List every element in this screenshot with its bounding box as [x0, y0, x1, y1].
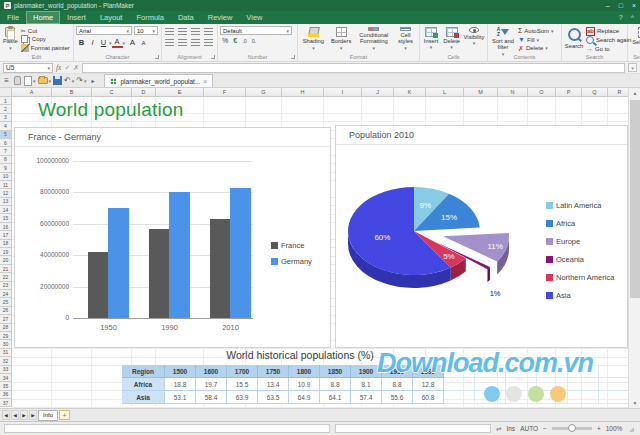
- row-header-26[interactable]: 26: [0, 307, 12, 315]
- table-empty-cell[interactable]: [568, 391, 599, 404]
- row-header-36[interactable]: 36: [0, 391, 12, 399]
- pie-chart-frame[interactable]: Population 2010 9%15%11%1%5%60%Latin Ame…: [335, 125, 628, 348]
- table-empty-cell[interactable]: [599, 378, 630, 391]
- table-cell[interactable]: Asia: [122, 391, 165, 404]
- table-cell[interactable]: Africa: [122, 378, 165, 391]
- table-cell[interactable]: 19.7: [196, 378, 227, 391]
- minimize-button[interactable]: –: [606, 2, 610, 9]
- zoom-level[interactable]: 100%: [606, 425, 623, 432]
- bar-france-1950[interactable]: [88, 252, 108, 318]
- column-header-I[interactable]: I: [324, 88, 362, 97]
- scroll-down-icon[interactable]: ▼: [629, 398, 640, 408]
- auto-mode-indicator[interactable]: AUTO: [520, 425, 538, 432]
- document-tab[interactable]: planmaker_world_populat... ×: [104, 74, 213, 87]
- column-header-K[interactable]: K: [394, 88, 426, 97]
- row-header-11[interactable]: 11: [0, 181, 12, 189]
- table-cell[interactable]: 12.8: [413, 378, 444, 391]
- add-sheet-button[interactable]: +: [59, 410, 70, 420]
- row-header-19[interactable]: 19: [0, 248, 12, 256]
- pointer-mode-icon[interactable]: ▸: [88, 75, 97, 87]
- zoom-slider-knob[interactable]: [568, 424, 576, 432]
- fill-button[interactable]: ▼Fill▾: [518, 36, 554, 44]
- row-header-32[interactable]: 32: [0, 357, 12, 365]
- undo-button[interactable]: ↶▾: [64, 75, 74, 87]
- font-name-select[interactable]: Arial▾: [76, 26, 132, 35]
- column-header-Q[interactable]: Q: [582, 88, 608, 97]
- row-header-23[interactable]: 23: [0, 282, 12, 290]
- table-cell[interactable]: 60.8: [413, 391, 444, 404]
- table-cell[interactable]: 64.1: [320, 391, 351, 404]
- row-header-6[interactable]: 6: [0, 139, 12, 147]
- confirm-icon[interactable]: ✓: [64, 64, 70, 72]
- table-cell[interactable]: 57.4: [351, 391, 382, 404]
- row-header-24[interactable]: 24: [0, 290, 12, 298]
- maximize-button[interactable]: □: [619, 2, 623, 9]
- row-header-3[interactable]: 3: [0, 114, 12, 122]
- tab-data[interactable]: Data: [171, 11, 201, 24]
- row-header-7[interactable]: 7: [0, 147, 12, 155]
- bar-chart-frame[interactable]: France - Germany 02000000040000000600000…: [14, 127, 331, 348]
- grow-font-button[interactable]: A: [127, 37, 138, 48]
- align-top-icon[interactable]: [165, 39, 174, 47]
- search-again-button[interactable]: Search again: [586, 36, 631, 44]
- align-middle-icon[interactable]: [178, 39, 187, 47]
- row-header-29[interactable]: 29: [0, 332, 12, 340]
- row-header-9[interactable]: 9: [0, 164, 12, 172]
- bar-germany-1990[interactable]: [169, 192, 190, 318]
- next-sheet-button[interactable]: ▶: [20, 410, 28, 420]
- bar-france-1990[interactable]: [149, 229, 169, 318]
- table-cell[interactable]: 63.9: [227, 391, 258, 404]
- row-header-16[interactable]: 16: [0, 223, 12, 231]
- row-header-4[interactable]: 4: [0, 122, 12, 130]
- bar-france-2010[interactable]: [210, 219, 230, 318]
- row-header-12[interactable]: 12: [0, 189, 12, 197]
- bar-germany-2010[interactable]: [230, 188, 251, 318]
- number-format-select[interactable]: Default▾: [220, 26, 292, 35]
- row-header-22[interactable]: 22: [0, 273, 12, 281]
- row-header-14[interactable]: 14: [0, 206, 12, 214]
- column-header-E[interactable]: E: [156, 88, 204, 97]
- menu-icon[interactable]: ≡: [2, 75, 11, 87]
- select-all-corner[interactable]: [0, 88, 12, 97]
- last-sheet-button[interactable]: ▶: [29, 410, 37, 420]
- column-header-D[interactable]: D: [132, 88, 156, 97]
- cut-button[interactable]: ✂Cut: [21, 27, 70, 34]
- table-cell[interactable]: 55.6: [382, 391, 413, 404]
- previous-sheet-button[interactable]: ◀: [11, 410, 19, 420]
- character-dialog-launcher[interactable]: [155, 55, 159, 59]
- alignment-dialog-launcher[interactable]: [211, 55, 215, 59]
- row-header-1[interactable]: 1: [0, 97, 12, 105]
- bold-button[interactable]: B: [76, 37, 87, 48]
- tab-review[interactable]: Review: [201, 11, 240, 24]
- cell-reference-box[interactable]: U5▾: [3, 63, 53, 73]
- row-header-37[interactable]: 37: [0, 399, 12, 407]
- align-center-icon[interactable]: [178, 28, 187, 36]
- zoom-in-button[interactable]: +: [597, 425, 601, 432]
- column-header-C[interactable]: C: [92, 88, 132, 97]
- table-header-cell[interactable]: 1600: [196, 365, 227, 378]
- table-cell[interactable]: 53.1: [165, 391, 196, 404]
- remove-decimal-icon[interactable]: 0.: [252, 38, 257, 44]
- font-size-select[interactable]: 10▾: [134, 26, 158, 35]
- vertical-scroll-thumb[interactable]: [630, 100, 640, 298]
- delete-cells-button[interactable]: Delete▾: [442, 26, 461, 52]
- visibility-button[interactable]: Visibility▾: [463, 26, 485, 52]
- row-header-34[interactable]: 34: [0, 374, 12, 382]
- fx-icon[interactable]: fx: [56, 63, 61, 72]
- table-header-cell[interactable]: 1800: [289, 365, 320, 378]
- row-header-33[interactable]: 33: [0, 366, 12, 374]
- row-header-2[interactable]: 2: [0, 105, 12, 113]
- row-header-21[interactable]: 21: [0, 265, 12, 273]
- tab-layout[interactable]: Layout: [93, 11, 130, 24]
- column-header-P[interactable]: P: [556, 88, 582, 97]
- number-dialog-launcher[interactable]: [291, 55, 295, 59]
- shading-button[interactable]: Shading▾: [300, 26, 327, 52]
- table-empty-cell[interactable]: [599, 391, 630, 404]
- format-painter-button[interactable]: Format painter: [21, 44, 70, 52]
- column-header-G[interactable]: G: [246, 88, 282, 97]
- paste-button[interactable]: Paste ▾: [2, 26, 19, 52]
- row-header-28[interactable]: 28: [0, 324, 12, 332]
- font-color-button[interactable]: A: [112, 37, 123, 48]
- table-header-cell[interactable]: 1500: [165, 365, 196, 378]
- table-header-cell[interactable]: 1850: [320, 365, 351, 378]
